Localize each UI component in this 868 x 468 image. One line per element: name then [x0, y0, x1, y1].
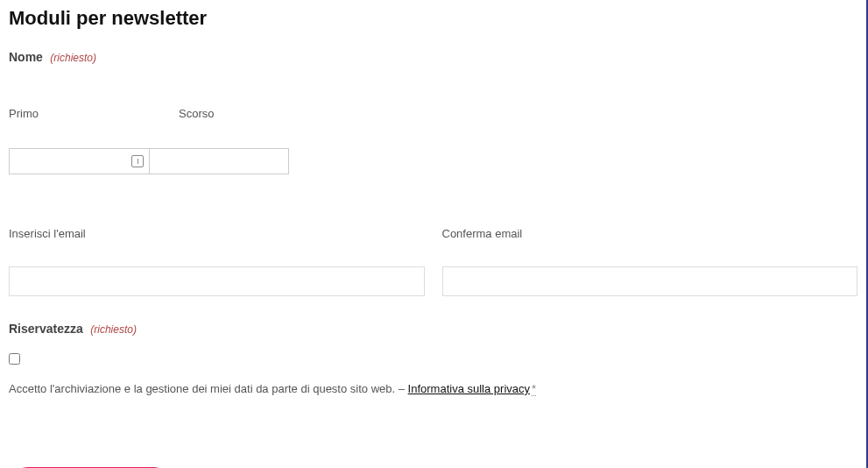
confirm-email-input[interactable]: [442, 266, 858, 296]
asterisk-icon: *: [532, 382, 536, 396]
first-name-label: Primo: [9, 107, 149, 120]
confirm-email-label: Conferma email: [442, 227, 858, 240]
form-title: Moduli per newsletter: [9, 7, 857, 30]
first-name-input[interactable]: [9, 148, 149, 174]
email-section: Inserisci l'email Conferma email: [9, 227, 857, 296]
last-name-input[interactable]: [149, 148, 289, 174]
privacy-checkbox[interactable]: [9, 353, 20, 365]
enter-email-input[interactable]: [9, 266, 425, 296]
privacy-text: Accetto l'archiviazione e la gestione de…: [9, 382, 857, 395]
name-label: Nome: [9, 50, 43, 64]
name-section: Nome (richiesto) Primo Scorso: [9, 49, 857, 174]
enter-email-label: Inserisci l'email: [9, 227, 425, 240]
name-required: (richiesto): [50, 52, 96, 64]
privacy-required: (richiesto): [90, 323, 137, 336]
privacy-label: Riservatezza: [9, 322, 83, 336]
privacy-section: Riservatezza (richiesto) Accetto l'archi…: [9, 321, 857, 395]
last-name-label: Scorso: [179, 107, 289, 120]
privacy-link[interactable]: Informativa sulla privacy: [408, 382, 530, 395]
privacy-consent-text: Accetto l'archiviazione e la gestione de…: [9, 382, 408, 395]
